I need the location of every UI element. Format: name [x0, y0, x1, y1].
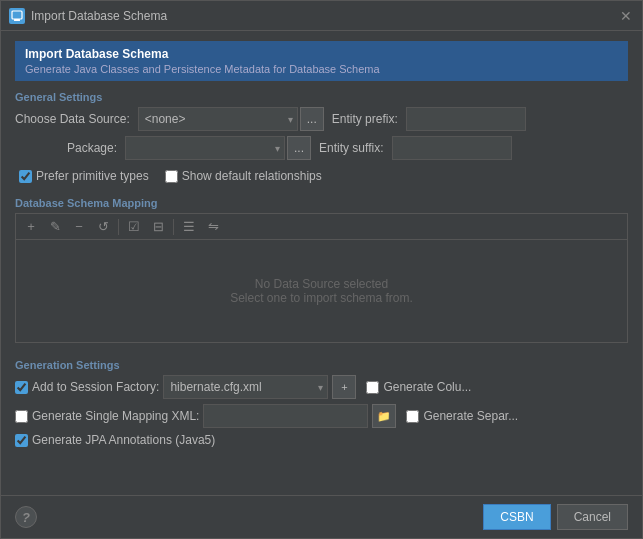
- gen-col-checkbox[interactable]: [366, 381, 379, 394]
- add-schema-button[interactable]: +: [20, 217, 42, 237]
- dialog-icon: [9, 8, 25, 24]
- footer: ? CSBN Cancel: [1, 495, 642, 538]
- cancel-button[interactable]: Cancel: [557, 504, 628, 530]
- header-section: Import Database Schema Generate Java Cla…: [15, 41, 628, 81]
- gen-jpa-checkbox[interactable]: [15, 434, 28, 447]
- gen-single-input[interactable]: [203, 404, 368, 428]
- remove-schema-button[interactable]: −: [68, 217, 90, 237]
- session-factory-row: Add to Session Factory: hibernate.cfg.xm…: [15, 375, 628, 399]
- checkboxes-row: Prefer primitive types Show default rela…: [15, 169, 628, 183]
- session-factory-checkbox[interactable]: [15, 381, 28, 394]
- prefer-primitive-label: Prefer primitive types: [36, 169, 149, 183]
- entity-prefix-input[interactable]: [406, 107, 526, 131]
- toolbar-sep-2: [173, 219, 174, 235]
- package-select[interactable]: [125, 136, 285, 160]
- gen-single-check-label[interactable]: Generate Single Mapping XML:: [15, 409, 199, 423]
- data-source-select[interactable]: <none>: [138, 107, 298, 131]
- package-combo-wrapper: [125, 136, 285, 160]
- gen-jpa-check-label[interactable]: Generate JPA Annotations (Java5): [15, 433, 215, 447]
- title-bar: Import Database Schema ✕: [1, 1, 642, 31]
- package-browse-button[interactable]: ...: [287, 136, 311, 160]
- package-label: Package:: [15, 141, 125, 155]
- prefer-primitive-checkbox-label[interactable]: Prefer primitive types: [19, 169, 149, 183]
- show-default-label: Show default relationships: [182, 169, 322, 183]
- gen-separ-checkbox[interactable]: [406, 410, 419, 423]
- data-source-label: Choose Data Source:: [15, 112, 138, 126]
- header-title: Import Database Schema: [25, 47, 618, 61]
- generation-settings-label: Generation Settings: [15, 359, 628, 371]
- gen-single-checkbox[interactable]: [15, 410, 28, 423]
- header-subtitle: Generate Java Classes and Persistence Me…: [25, 63, 618, 75]
- gen-separ-check-label[interactable]: Generate Separ...: [406, 409, 518, 423]
- gen-jpa-row: Generate JPA Annotations (Java5): [15, 433, 628, 447]
- uncheck-all-button[interactable]: ⊟: [147, 217, 169, 237]
- toolbar-sep-1: [118, 219, 119, 235]
- entity-suffix-label: Entity suffix:: [319, 141, 391, 155]
- refresh-schema-button[interactable]: ↺: [92, 217, 114, 237]
- gen-separ-label: Generate Separ...: [423, 409, 518, 423]
- session-factory-select[interactable]: hibernate.cfg.xml: [163, 375, 328, 399]
- schema-empty-content: No Data Source selected Select one to im…: [16, 240, 627, 342]
- gen-single-browse-button[interactable]: 📁: [372, 404, 396, 428]
- db-schema-section: + ✎ − ↺ ☑ ⊟ ☰ ⇋ No Data Source selected …: [15, 213, 628, 343]
- add-session-button[interactable]: +: [332, 375, 356, 399]
- db-schema-label: Database Schema Mapping: [15, 197, 628, 209]
- transfer-button[interactable]: ⇋: [202, 217, 224, 237]
- gen-col-check-label[interactable]: Generate Colu...: [366, 380, 471, 394]
- gen-single-row: Generate Single Mapping XML: 📁 Generate …: [15, 404, 628, 428]
- gen-single-label: Generate Single Mapping XML:: [32, 409, 199, 423]
- check-all-button[interactable]: ☑: [123, 217, 145, 237]
- svg-rect-0: [12, 11, 22, 19]
- data-source-row: Choose Data Source: <none> ... Entity pr…: [15, 107, 628, 131]
- entity-prefix-label: Entity prefix:: [332, 112, 406, 126]
- data-source-browse-button[interactable]: ...: [300, 107, 324, 131]
- session-factory-label: Add to Session Factory:: [32, 380, 159, 394]
- close-button[interactable]: ✕: [618, 8, 634, 24]
- footer-buttons: CSBN Cancel: [483, 504, 628, 530]
- gen-jpa-label: Generate JPA Annotations (Java5): [32, 433, 215, 447]
- entity-suffix-input[interactable]: Entity: [392, 136, 512, 160]
- sort-button[interactable]: ☰: [178, 217, 200, 237]
- dialog-title: Import Database Schema: [31, 9, 618, 23]
- package-row: Package: ... Entity suffix: Entity: [15, 136, 628, 160]
- schema-toolbar: + ✎ − ↺ ☑ ⊟ ☰ ⇋: [16, 214, 627, 240]
- show-default-checkbox-label[interactable]: Show default relationships: [165, 169, 322, 183]
- edit-schema-button[interactable]: ✎: [44, 217, 66, 237]
- show-default-checkbox[interactable]: [165, 170, 178, 183]
- generation-settings-section: Generation Settings Add to Session Facto…: [15, 351, 628, 452]
- help-button[interactable]: ?: [15, 506, 37, 528]
- no-datasource-line2: Select one to import schema from.: [230, 291, 413, 305]
- folder-icon: 📁: [377, 410, 391, 423]
- svg-rect-1: [14, 19, 20, 21]
- dialog-content: Import Database Schema Generate Java Cla…: [1, 31, 642, 495]
- prefer-primitive-checkbox[interactable]: [19, 170, 32, 183]
- general-settings-label: General Settings: [15, 91, 628, 103]
- import-dialog: Import Database Schema ✕ Import Database…: [0, 0, 643, 539]
- ok-button[interactable]: CSBN: [483, 504, 550, 530]
- session-combo-wrapper: hibernate.cfg.xml: [163, 375, 328, 399]
- session-factory-check-label[interactable]: Add to Session Factory:: [15, 380, 159, 394]
- data-source-combo-wrapper: <none>: [138, 107, 298, 131]
- no-datasource-line1: No Data Source selected: [255, 277, 388, 291]
- gen-col-label: Generate Colu...: [383, 380, 471, 394]
